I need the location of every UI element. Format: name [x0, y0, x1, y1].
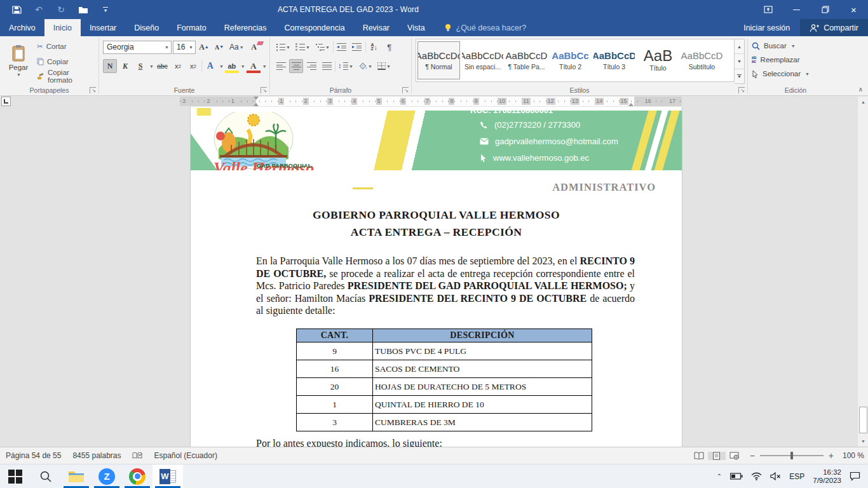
tray-clock[interactable]: 16:32 7/9/2023	[813, 468, 841, 485]
first-line-indent-marker[interactable]	[254, 97, 259, 100]
open-folder-icon[interactable]	[77, 3, 90, 16]
start-button[interactable]	[0, 464, 31, 488]
align-left-button[interactable]	[274, 59, 288, 73]
font-color-button[interactable]: A	[247, 59, 261, 73]
paste-button[interactable]: Pegar ▼	[4, 39, 33, 82]
numbering-button[interactable]: ▼	[294, 40, 312, 54]
zoom-slider[interactable]	[760, 455, 824, 456]
change-case-button[interactable]: Aa▼	[227, 40, 246, 54]
ribbon-display-options-icon[interactable]	[754, 0, 782, 19]
restore-icon[interactable]	[811, 0, 839, 19]
right-indent-marker[interactable]	[628, 103, 634, 106]
underline-caret-icon[interactable]: ▼	[149, 64, 154, 69]
style-ti-tulo-2[interactable]: AaBbCcTítulo 2	[549, 41, 592, 79]
multilevel-list-button[interactable]: ▼	[313, 40, 332, 54]
scroll-up-icon[interactable]: ▲	[858, 97, 868, 107]
scrollbar-thumb[interactable]	[859, 407, 867, 433]
style-subti-tulo[interactable]: AaBbCcDSubtítulo	[681, 41, 723, 79]
tell-me-box[interactable]: ¿Qué desea hacer?	[434, 19, 537, 36]
text-effects-button[interactable]: A	[203, 59, 217, 73]
style-ti-tulo[interactable]: AaBTítulo	[637, 41, 679, 79]
save-icon[interactable]	[10, 3, 23, 16]
strikethrough-button[interactable]: abc	[155, 59, 170, 73]
wifi-icon[interactable]	[751, 472, 762, 480]
hanging-indent-marker[interactable]	[254, 103, 259, 106]
text-effects-caret-icon[interactable]: ▼	[219, 64, 224, 69]
share-button[interactable]: Compartir	[800, 19, 868, 36]
font-size-combo[interactable]: 16▼	[173, 41, 196, 54]
tab-formato[interactable]: Formato	[168, 19, 215, 36]
zoom-out-icon[interactable]: −	[750, 451, 755, 461]
clear-formatting-button[interactable]: A	[247, 40, 261, 54]
highlight-caret-icon[interactable]: ▼	[241, 64, 245, 69]
styles-scroll-up-icon[interactable]: ▲	[735, 39, 744, 54]
align-right-button[interactable]	[304, 59, 318, 73]
format-painter-button[interactable]: Copiar formato	[37, 70, 96, 83]
justify-button[interactable]	[320, 59, 334, 73]
copy-button[interactable]: Copiar	[37, 55, 96, 68]
font-color-caret-icon[interactable]: ▼	[262, 64, 267, 69]
tab-inicio[interactable]: Inicio	[44, 19, 81, 36]
align-center-button[interactable]	[289, 59, 303, 73]
vertical-scrollbar[interactable]: ▲ ▼	[857, 97, 868, 447]
taskbar-search-button[interactable]	[31, 464, 61, 488]
bold-button[interactable]: N	[103, 59, 117, 73]
tab-stop-selector[interactable]	[1, 97, 11, 106]
tab-vista[interactable]: Vista	[398, 19, 434, 36]
shrink-font-button[interactable]: A▼	[212, 40, 226, 54]
battery-icon[interactable]	[730, 473, 743, 480]
redo-icon[interactable]: ↻	[55, 3, 67, 16]
proofing-status[interactable]	[126, 447, 148, 464]
web-layout-view-icon[interactable]	[726, 452, 743, 460]
underline-button[interactable]: S	[133, 59, 147, 73]
sign-in-link[interactable]: Iniciar sesión	[733, 19, 800, 36]
language-status[interactable]: Español (Ecuador)	[148, 447, 222, 464]
highlight-button[interactable]: ab	[225, 59, 239, 73]
borders-button[interactable]: ▼	[376, 59, 393, 73]
action-center-icon[interactable]	[850, 471, 860, 481]
find-button[interactable]: Buscar▼	[752, 39, 841, 52]
zoom-in-icon[interactable]: +	[829, 451, 834, 461]
undo-icon[interactable]: ↶	[32, 3, 45, 16]
close-icon[interactable]: ×	[839, 0, 868, 19]
scroll-down-icon[interactable]: ▼	[858, 436, 868, 447]
styles-scroll-down-icon[interactable]: ▼	[735, 54, 744, 69]
read-mode-view-icon[interactable]	[690, 452, 708, 459]
style-sin-espaci[interactable]: AaBbCcDcSin espaci...	[461, 41, 504, 79]
collapse-ribbon-icon[interactable]: ∧	[858, 86, 863, 93]
tab-diseno[interactable]: Diseño	[125, 19, 168, 36]
taskbar-chrome[interactable]	[122, 464, 153, 488]
taskbar-word-active[interactable]: W	[153, 464, 183, 488]
minimize-icon[interactable]	[782, 0, 811, 19]
zoom-percentage[interactable]: 100 %	[840, 451, 868, 460]
styles-more-icon[interactable]: ▼	[735, 69, 744, 83]
taskbar-file-explorer[interactable]	[61, 464, 92, 488]
superscript-button[interactable]: x2	[186, 59, 200, 73]
tray-language[interactable]: ESP	[789, 472, 804, 481]
font-name-combo[interactable]: Georgia▼	[103, 41, 172, 54]
style-table-pa[interactable]: AaBbCcD¶ Table Pa...	[505, 41, 548, 79]
decrease-indent-button[interactable]	[335, 40, 349, 54]
tab-archivo[interactable]: Archivo	[0, 19, 44, 36]
shading-button[interactable]: ▼	[356, 59, 374, 73]
zoom-slider-thumb[interactable]	[790, 452, 793, 459]
tab-referencias[interactable]: Referencias	[215, 19, 276, 36]
print-layout-view-icon[interactable]	[708, 452, 726, 460]
cut-button[interactable]: ✂Cortar	[37, 40, 96, 53]
style-normal[interactable]: AaBbCcDc¶ Normal	[417, 41, 460, 79]
increase-indent-button[interactable]	[350, 40, 364, 54]
replace-button[interactable]: abac Reemplazar	[752, 53, 841, 66]
tab-revisar[interactable]: Revisar	[354, 19, 398, 36]
volume-muted-icon[interactable]	[770, 472, 781, 480]
subscript-button[interactable]: x2	[171, 59, 185, 73]
grow-font-button[interactable]: A▲	[197, 40, 211, 54]
italic-button[interactable]: K	[118, 59, 132, 73]
line-spacing-button[interactable]: ▼	[337, 59, 355, 73]
tab-insertar[interactable]: Insertar	[81, 19, 125, 36]
page-count-status[interactable]: Página 54 de 55	[0, 447, 67, 464]
taskbar-zoom-app[interactable]: Z	[92, 464, 122, 488]
tab-correspondencia[interactable]: Correspondencia	[275, 19, 353, 36]
tray-chevron-icon[interactable]: ⌃	[717, 473, 722, 480]
word-count-status[interactable]: 8455 palabras	[67, 447, 126, 464]
show-paragraph-marks-button[interactable]: ¶	[383, 40, 397, 54]
